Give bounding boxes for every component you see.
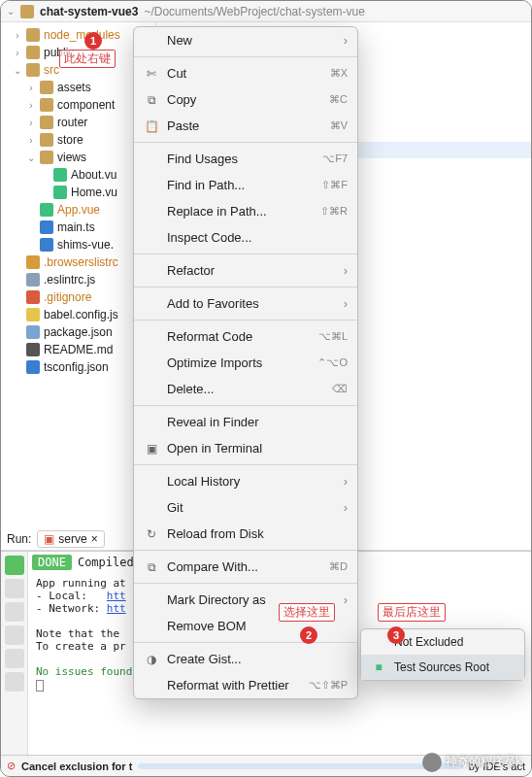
chevron-icon[interactable]: › <box>26 100 36 111</box>
chevron-icon[interactable]: › <box>26 83 36 93</box>
menu-item[interactable]: Find in Path...⇧⌘F <box>134 172 357 198</box>
run-stop-icon[interactable] <box>5 579 24 598</box>
run-label: Run: <box>7 532 31 546</box>
tree-item-label: .browserslistrc <box>44 255 118 269</box>
mark-directory-submenu[interactable]: Not Excluded■Test Sources Root <box>360 628 525 681</box>
menu-item-shortcut: ⌥⇧⌘P <box>309 679 348 692</box>
menu-item[interactable]: ⧉Compare With...⌘D <box>134 554 357 580</box>
tree-item-label: tsconfig.json <box>44 360 109 374</box>
run-play-icon[interactable] <box>5 556 24 575</box>
menu-item[interactable]: Replace in Path...⇧⌘R <box>134 198 357 224</box>
run-trash-icon[interactable] <box>5 672 24 692</box>
menu-item-label: Add to Favorites <box>167 296 336 311</box>
menu-item-shortcut: ⇧⌘R <box>320 205 348 218</box>
menu-item-icon: ⧉ <box>144 93 159 107</box>
menu-item[interactable]: Reveal in Finder <box>134 409 357 435</box>
menu-item-icon: ⧉ <box>144 560 159 574</box>
file-icon <box>26 63 40 77</box>
menu-item-shortcut: ⌫ <box>332 383 348 395</box>
submenu-arrow-icon: › <box>344 592 348 607</box>
menu-item-label: Replace in Path... <box>167 204 313 219</box>
local-url-link[interactable]: htt <box>107 590 126 602</box>
menu-item-shortcut: ⇧⌘F <box>321 179 348 191</box>
chevron-icon[interactable]: ⌄ <box>13 65 22 76</box>
file-icon <box>53 168 67 182</box>
run-side-toolbar[interactable] <box>1 552 28 759</box>
menu-item-label: Reformat with Prettier <box>167 678 301 693</box>
annotation-1-badge: 1 <box>84 32 102 50</box>
menu-item[interactable]: Inspect Code... <box>134 224 357 251</box>
run-filter-icon[interactable] <box>5 602 24 622</box>
run-config-tab[interactable]: ▣ serve × <box>37 530 104 548</box>
run-scroll-icon[interactable] <box>5 625 24 645</box>
menu-item-shortcut: ⌥F7 <box>322 152 348 165</box>
menu-item-label: New <box>167 33 336 48</box>
menu-item[interactable]: Git› <box>134 494 357 521</box>
tree-item-label: router <box>57 116 87 129</box>
menu-item[interactable]: ⧉Copy⌘C <box>134 86 357 113</box>
chevron-icon[interactable]: › <box>13 30 22 41</box>
menu-item[interactable]: Local History› <box>134 468 357 494</box>
chevron-icon[interactable]: ⌄ <box>26 152 36 163</box>
menu-item-label: Copy <box>167 92 321 107</box>
submenu-item-label: Test Sources Root <box>394 660 515 674</box>
menu-item-label: Reformat Code <box>167 329 311 344</box>
menu-item-label: Refactor <box>167 263 336 278</box>
file-icon <box>40 116 53 129</box>
run-print-icon[interactable] <box>5 649 24 668</box>
menu-item[interactable]: 📋Paste⌘V <box>134 113 357 139</box>
menu-item[interactable]: Optimize Imports⌃⌥O <box>134 350 357 376</box>
chevron-down-icon[interactable]: ⌄ <box>7 6 15 17</box>
menu-item[interactable]: New› <box>134 27 357 53</box>
file-icon <box>26 28 40 42</box>
menu-item[interactable]: ↻Reload from Disk <box>134 521 357 547</box>
project-folder-icon <box>20 5 34 18</box>
file-icon <box>40 81 53 94</box>
menu-item-shortcut: ⌘C <box>329 93 348 106</box>
chevron-icon[interactable]: › <box>26 135 36 146</box>
menu-item[interactable]: Refactor› <box>134 257 357 284</box>
menu-item[interactable]: Add to Favorites› <box>134 290 357 317</box>
annotation-2-badge: 2 <box>300 626 317 644</box>
file-icon <box>53 186 67 199</box>
tree-item-label: .eslintrc.js <box>44 273 95 287</box>
cancel-exclusion[interactable]: Cancel exclusion for t <box>21 760 132 772</box>
tree-item-label: component <box>57 98 115 112</box>
file-icon <box>40 238 53 252</box>
menu-item[interactable]: Find Usages⌥F7 <box>134 146 357 172</box>
menu-item-icon: ↻ <box>144 527 159 541</box>
submenu-item[interactable]: ■Test Sources Root <box>361 655 524 680</box>
tree-item-label: views <box>57 151 86 164</box>
menu-item[interactable]: Delete...⌫ <box>134 376 357 402</box>
annotation-3-label: 最后店这里 <box>378 603 446 622</box>
chevron-icon[interactable]: › <box>26 118 36 128</box>
menu-item[interactable]: ✄Cut⌘X <box>134 60 357 86</box>
submenu-item-label: Not Excluded <box>394 635 515 649</box>
project-path: ~/Documents/WebProject/chat-system-vue <box>144 5 365 18</box>
menu-item-shortcut: ⌘D <box>329 560 348 573</box>
progress-bar <box>138 763 462 769</box>
chevron-icon[interactable]: › <box>13 48 22 58</box>
menu-item-label: Local History <box>167 474 336 489</box>
menu-item-label: Reload from Disk <box>167 526 348 541</box>
avatar-icon <box>422 753 442 772</box>
annotation-3-badge: 3 <box>387 626 405 644</box>
project-title: chat-system-vue3 <box>40 5 138 18</box>
file-icon <box>40 133 53 147</box>
file-icon <box>26 255 40 269</box>
file-icon <box>40 98 53 112</box>
menu-item[interactable]: Reformat Code⌥⌘L <box>134 323 357 350</box>
network-url-link[interactable]: htt <box>107 602 126 615</box>
menu-item-label: Find Usages <box>167 152 315 166</box>
file-icon <box>40 203 53 217</box>
status-compiled: Compiled <box>78 556 134 569</box>
close-icon[interactable]: × <box>91 532 98 546</box>
menu-item-icon: ✄ <box>144 67 159 81</box>
tree-item-label: main.ts <box>57 220 95 234</box>
file-icon <box>26 308 40 321</box>
menu-item[interactable]: ▣Open in Terminal <box>134 435 357 461</box>
menu-item[interactable]: ◑Create Gist... <box>134 646 357 672</box>
menu-item[interactable]: Reformat with Prettier⌥⇧⌘P <box>134 672 357 698</box>
context-menu[interactable]: New›✄Cut⌘X⧉Copy⌘C📋Paste⌘VFind Usages⌥F7F… <box>133 26 358 699</box>
submenu-item[interactable]: Not Excluded <box>361 629 524 655</box>
